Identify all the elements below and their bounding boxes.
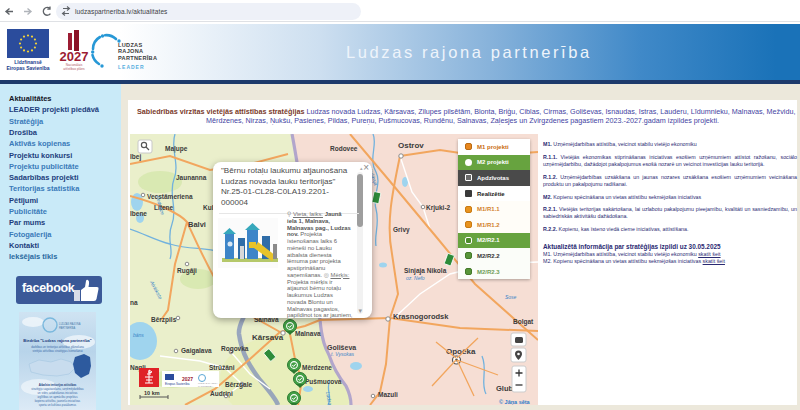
svg-text:Bērzgale: Bērzgale (225, 381, 252, 389)
svg-text:Grivy: Grivy (393, 226, 410, 234)
svg-text:LUDZAS RAJONA: LUDZAS RAJONA (59, 322, 81, 326)
svg-text:Balvi: Balvi (188, 220, 206, 229)
svg-text:2027: 2027 (182, 376, 193, 382)
svg-text:Goliševa: Goliševa (327, 344, 356, 351)
svg-text:10 km: 10 km (144, 390, 160, 396)
svg-text:na: na (130, 299, 138, 306)
svg-text:Jaunanna: Jaunanna (176, 174, 207, 181)
svg-text:lbej: lbej (130, 153, 141, 161)
svg-text:Rogovka: Rogovka (221, 345, 249, 353)
svg-text:Maļupe: Maļupe (165, 145, 188, 153)
svg-text:Gaigalava: Gaigalava (181, 347, 212, 355)
svg-text:Audriņi: Audriņi (210, 390, 233, 398)
svg-text:Mērdzene: Mērdzene (302, 364, 332, 371)
svg-text:Krasnogorodsk: Krasnogorodsk (393, 312, 449, 321)
svg-text:Sinjaja Nikola: Sinjaja Nikola (404, 267, 447, 275)
svg-text:Biedrība "Ludzas rajona partne: Biedrība "Ludzas rajona partnerība" (23, 338, 92, 343)
svg-text:lbene: lbene (130, 210, 147, 217)
svg-text:PARTNERĪBA: PARTNERĪBA (59, 326, 76, 330)
svg-text:Rugāji: Rugāji (177, 267, 197, 275)
svg-text:Strūžāni: Strūžāni (209, 364, 235, 371)
svg-text:Bolgat: Bolgat (513, 318, 534, 326)
svg-text:oz. Nefo: oz. Nefo (406, 275, 425, 281)
svg-text:PARTNERĪBA: PARTNERĪBA (198, 385, 213, 388)
svg-text:vietējās attīstības stratēģija: vietējās attīstības stratēģijas īstenoša… (32, 348, 83, 353)
svg-text:Eiropas Savienība: Eiropas Savienība (165, 382, 190, 386)
svg-text:Malnava: Malnava (295, 330, 321, 337)
svg-text:Ostrov: Ostrov (398, 141, 424, 150)
svg-text:t. Vysokas: t. Vysokas (331, 351, 354, 357)
svg-text:Mazuli: Mazuli (378, 391, 398, 398)
svg-text:Bērzpils: Bērzpils (151, 316, 177, 324)
svg-text:Kārsava: Kārsava (252, 333, 284, 342)
svg-text:© Jāņa sēta: © Jāņa sēta (499, 399, 531, 405)
svg-text:Krjuki-2: Krjuki-2 (426, 204, 451, 212)
svg-text:Rodovee: Rodovee (330, 145, 358, 152)
svg-text:Sose: Sose (505, 294, 517, 300)
svg-text:sporta un kultūras pasākumus: sporta un kultūras pasākumus (39, 403, 77, 407)
svg-text:bāns: bāns (133, 332, 144, 338)
svg-text:Pušmucova: Pušmucova (305, 378, 342, 385)
svg-text:Vecstāmeriena: Vecstāmeriena (147, 193, 193, 200)
